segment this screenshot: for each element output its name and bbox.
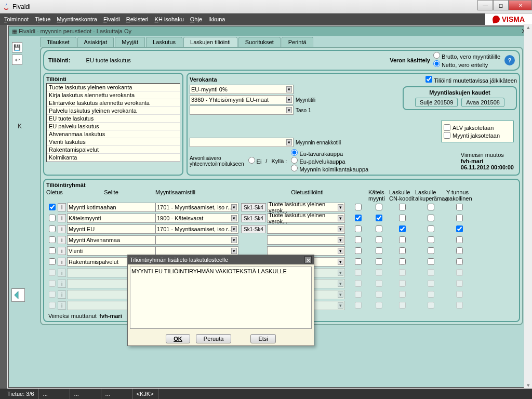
alv-radio-2[interactable]: Myynnin kolmikantakauppa (291, 165, 368, 172)
menu-rekisteri[interactable]: Rekisteri (126, 16, 149, 22)
radio-brutto[interactable]: Brutto, vero myyntitilille (433, 54, 500, 60)
selite-input[interactable] (67, 224, 155, 234)
cn-checkbox[interactable] (399, 269, 406, 276)
help-icon[interactable]: ? (504, 55, 515, 65)
ytunnus-checkbox[interactable] (456, 258, 463, 265)
vertical-scrollbar[interactable] (524, 24, 532, 389)
myyntisaamistili-combo[interactable]: 1701 - Myyntisaamiset, iso r... (155, 224, 238, 234)
info-button[interactable]: i (58, 290, 66, 299)
kateis-checkbox[interactable] (376, 236, 382, 243)
row-cb1[interactable] (355, 280, 362, 287)
oletus-checkbox[interactable] (49, 215, 56, 221)
alv-checkbox[interactable]: ALV jaksotetaan (444, 124, 511, 131)
oletustilioin-combo[interactable]: Tuote laskutus yleinen verok... (267, 203, 345, 212)
ytunnus-checkbox[interactable] (456, 236, 463, 243)
nav-arrow-icon[interactable] (11, 288, 25, 302)
cn-checkbox[interactable] (399, 258, 406, 265)
kateis-checkbox[interactable] (376, 280, 382, 287)
tab-suoritukset[interactable]: Suoritukset (238, 37, 281, 47)
row-cb1[interactable] (355, 291, 362, 298)
dialog-etsi-button[interactable]: Etsi (250, 334, 275, 343)
dialog-peruuta-button[interactable]: Peruuta (196, 334, 232, 343)
oletus-checkbox[interactable] (49, 247, 56, 254)
tilioin-list-item[interactable]: Tuote laskutus yleinen verokanta (47, 84, 180, 91)
alkupera-checkbox[interactable] (428, 258, 434, 265)
tab-laskujen-tiliöinti[interactable]: Laskujen tiliöinti (183, 37, 237, 47)
info-button[interactable]: i (58, 247, 66, 255)
oletustilioin-combo[interactable]: Tuote laskutus yleinen verok... (267, 214, 345, 223)
ytunnus-checkbox[interactable] (456, 302, 463, 309)
avaa-button[interactable]: Avaa 201508 (461, 98, 504, 107)
oletus-checkbox[interactable] (49, 258, 56, 265)
tilioin-list-item[interactable]: Ahvenanmaa laskutus (47, 130, 180, 138)
info-button[interactable]: i (58, 269, 66, 277)
info-button[interactable]: i (58, 301, 66, 310)
oletus-checkbox[interactable] (49, 225, 56, 232)
cn-checkbox[interactable] (399, 291, 406, 298)
oletus-checkbox[interactable] (49, 302, 56, 309)
sulje-button[interactable]: Sulje 201509 (415, 98, 458, 107)
cn-checkbox[interactable] (399, 225, 406, 232)
dialog-close-button[interactable]: ✕ (304, 256, 312, 263)
ytunnus-checkbox[interactable] (456, 291, 463, 298)
ytunnus-checkbox[interactable] (456, 225, 463, 232)
tab-perintä[interactable]: Perintä (282, 37, 313, 47)
minimize-button[interactable]: — (477, 0, 493, 10)
dialog-textarea[interactable] (130, 267, 312, 329)
tilioin-list[interactable]: Tuote laskutus yleinen verokantaKirja la… (46, 83, 180, 162)
info-button[interactable]: i (58, 203, 66, 211)
menu-toiminnot[interactable]: Toiminnot (4, 16, 29, 22)
oletustilioin-combo[interactable] (267, 235, 345, 245)
oletustilioin-combo[interactable] (267, 224, 345, 234)
radio-netto[interactable]: Netto, vero eritelty (433, 62, 488, 68)
ytunnus-checkbox[interactable] (456, 204, 463, 210)
kateis-checkbox[interactable] (376, 291, 382, 298)
kateis-checkbox[interactable] (376, 215, 382, 221)
sk-button[interactable]: Sk1-Sk4 (241, 214, 266, 222)
save-icon[interactable]: 💾 (12, 42, 22, 52)
alv-radio-0[interactable]: Eu-tavarakauppa (291, 149, 368, 157)
row-cb1[interactable] (355, 258, 362, 265)
ytunnus-checkbox[interactable] (456, 280, 463, 287)
menu-myyntireskontra[interactable]: Myyntireskontra (57, 16, 97, 22)
verokanta-combo[interactable]: EU-myynti 0% (190, 85, 294, 94)
maximize-button[interactable]: ◻ (493, 0, 509, 10)
selite-input[interactable] (67, 235, 155, 245)
oletus-checkbox[interactable] (49, 291, 56, 298)
row-cb1[interactable] (355, 215, 362, 221)
oletus-checkbox[interactable] (49, 204, 56, 210)
alkupera-checkbox[interactable] (428, 236, 434, 243)
menu-ikkuna[interactable]: Ikkuna (208, 16, 225, 22)
row-cb1[interactable] (355, 247, 362, 254)
oletus-checkbox[interactable] (49, 236, 56, 243)
myyntisaamistili-combo[interactable]: 1701 - Myyntisaamiset, iso r... (155, 203, 238, 212)
alkupera-checkbox[interactable] (428, 269, 434, 276)
kateis-checkbox[interactable] (376, 302, 382, 309)
cn-checkbox[interactable] (399, 280, 406, 287)
tilioin-list-item[interactable]: Vienti laskutus (47, 138, 180, 146)
tab-myyjät[interactable]: Myyjät (115, 37, 145, 47)
info-button[interactable]: i (58, 225, 66, 233)
menu-tietue[interactable]: Tietue (35, 16, 50, 22)
tilioin-list-item[interactable]: Palvelu laskutus yleinen verokanta (47, 107, 180, 115)
oletus-checkbox[interactable] (49, 269, 56, 276)
alkupera-checkbox[interactable] (428, 291, 434, 298)
tab-tilaukset[interactable]: Tilaukset (40, 37, 76, 47)
taso1-combo[interactable] (190, 105, 294, 115)
myynti-jaks-checkbox[interactable]: Myynti jaksotetaan (444, 132, 511, 139)
tilioin-list-item[interactable]: EU palvelu laskutus (47, 123, 180, 130)
cn-checkbox[interactable] (399, 236, 406, 243)
cn-checkbox[interactable] (399, 247, 406, 254)
menu-fivaldi[interactable]: Fivaldi (103, 16, 120, 22)
row-cb1[interactable] (355, 236, 362, 243)
cn-checkbox[interactable] (399, 204, 406, 210)
tab-laskutus[interactable]: Laskutus (146, 37, 182, 47)
ytunnus-checkbox[interactable] (456, 215, 463, 221)
alkupera-checkbox[interactable] (428, 225, 434, 232)
ytunnus-checkbox[interactable] (456, 247, 463, 254)
kateis-checkbox[interactable] (376, 204, 382, 210)
tilioin-list-item[interactable]: Kirja laskutus alennettu verokanta (47, 91, 180, 99)
close-button[interactable]: ✕ (509, 0, 532, 10)
menu-kh-isohaku[interactable]: KH isohaku (155, 16, 184, 22)
selite-input[interactable] (67, 203, 155, 212)
